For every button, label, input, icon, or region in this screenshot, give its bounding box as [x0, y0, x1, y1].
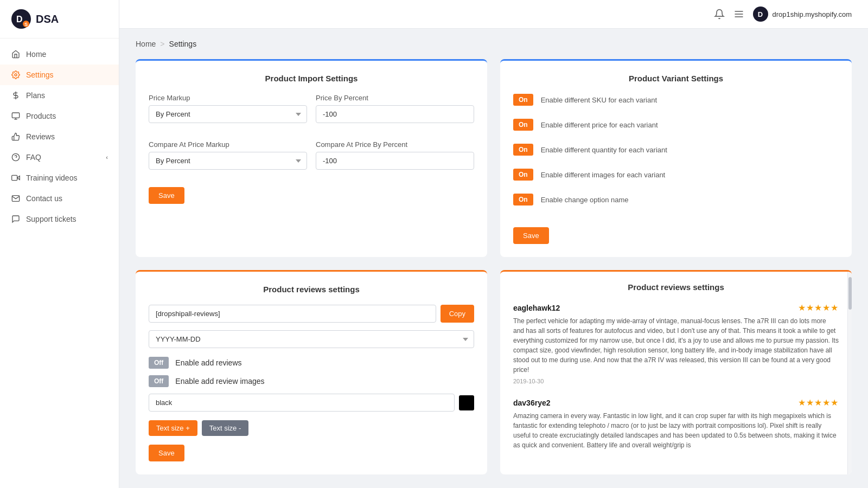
svg-text:S: S — [24, 22, 28, 27]
toggle-enable-reviews-row: Off Enable add reviews — [149, 357, 474, 369]
product-reviews-right-card: Product reviews settings eaglehawk12 ★★★… — [500, 270, 852, 474]
sidebar-item-products[interactable]: Products — [0, 106, 119, 126]
video-icon — [11, 173, 21, 183]
copy-button[interactable]: Copy — [441, 305, 474, 323]
sidebar-item-faq-label: FAQ — [26, 153, 41, 162]
card-body-variant: Product Variant Settings On Enable diffe… — [500, 61, 852, 257]
price-by-percent-label: Price By Percent — [316, 94, 474, 102]
review-header-1: eaglehawk12 ★★★★★ — [513, 303, 839, 313]
menu-icon[interactable] — [733, 9, 744, 20]
card-body-import: Product Import Settings Price Markup By … — [136, 61, 487, 217]
reviews-save-button[interactable]: Save — [149, 445, 184, 461]
compare-at-percent-label: Compare At Price By Percent — [316, 140, 474, 149]
app-logo-text: DSA — [36, 13, 59, 25]
compare-at-markup-select[interactable]: By Percent Fixed Amount — [149, 152, 307, 170]
toggle-images-button[interactable]: On — [513, 169, 533, 181]
main-content: Home > Settings Product Import Settings … — [119, 29, 868, 488]
text-size-row: Text size + Text size - — [149, 420, 474, 436]
product-variant-title: Product Variant Settings — [513, 74, 839, 83]
text-size-plus-button[interactable]: Text size + — [149, 420, 197, 436]
review-stars-2: ★★★★★ — [798, 397, 839, 408]
toggle-enable-reviews-button[interactable]: Off — [149, 357, 169, 369]
toggle-quantity-button[interactable]: On — [513, 144, 533, 156]
product-reviews-left-card: Product reviews settings Copy YYYY-MM-DD… — [136, 270, 487, 474]
price-markup-row: Price Markup By Percent Fixed Amount Pri… — [149, 94, 474, 132]
sidebar-item-settings[interactable]: Settings — [0, 65, 119, 85]
review-text-1: The perfect vehicle for adapting my wide… — [513, 316, 839, 375]
sidebar-item-plans[interactable]: Plans — [0, 85, 119, 106]
sidebar-item-contact[interactable]: Contact us — [0, 188, 119, 209]
logo-area: D S DSA — [0, 0, 119, 38]
svg-rect-6 — [12, 113, 19, 118]
card-body-reviews-left: Product reviews settings Copy YYYY-MM-DD… — [136, 272, 487, 474]
toggle-row-sku: On Enable different SKU for each variant — [513, 94, 839, 106]
breadcrumb: Home > Settings — [136, 40, 852, 48]
toggle-sku-button[interactable]: On — [513, 94, 533, 106]
topbar: D drop1ship.myshopify.com — [119, 0, 868, 29]
svg-marker-11 — [17, 176, 20, 180]
review-header-2: dav36rye2 ★★★★★ — [513, 397, 839, 408]
compare-at-percent-input[interactable]: -100 — [316, 152, 474, 170]
toggle-price-label: Enable different price for each variant — [541, 121, 658, 129]
toggle-enable-review-images-button[interactable]: Off — [149, 375, 169, 387]
sidebar-item-training-label: Training videos — [26, 174, 77, 182]
color-input[interactable] — [149, 394, 455, 412]
sidebar-item-support[interactable]: Support tickets — [0, 209, 119, 229]
settings-grid-top: Product Import Settings Price Markup By … — [136, 59, 852, 257]
store-info: D drop1ship.myshopify.com — [753, 7, 852, 22]
date-format-group: YYYY-MM-DD MM/DD/YYYY DD/MM/YYYY — [149, 330, 474, 348]
compare-at-row: Compare At Price Markup By Percent Fixed… — [149, 140, 474, 178]
toggle-sku-label: Enable different SKU for each variant — [541, 96, 657, 104]
breadcrumb-sep: > — [160, 40, 164, 48]
price-by-percent-input[interactable]: -100 — [316, 105, 474, 123]
faq-chevron-icon: ‹ — [106, 154, 108, 160]
compare-at-markup-label: Compare At Price Markup — [149, 140, 307, 149]
reviews-left-title: Product reviews settings — [149, 285, 474, 294]
review-stars-1: ★★★★★ — [798, 303, 839, 313]
product-import-settings-card: Product Import Settings Price Markup By … — [136, 59, 487, 257]
toggle-row-price: On Enable different price for each varia… — [513, 119, 839, 131]
toggle-row-option-name: On Enable change option name — [513, 194, 839, 206]
price-markup-label: Price Markup — [149, 94, 307, 102]
settings-grid-bottom: Product reviews settings Copy YYYY-MM-DD… — [136, 270, 852, 474]
enable-reviews-label: Enable add reviews — [175, 358, 241, 367]
breadcrumb-home[interactable]: Home — [136, 40, 156, 48]
date-format-select[interactable]: YYYY-MM-DD MM/DD/YYYY DD/MM/YYYY — [149, 330, 474, 348]
sidebar-item-home[interactable]: Home — [0, 44, 119, 65]
toggle-images-label: Enable different images for each variant — [541, 171, 666, 179]
enable-review-images-label: Enable add review images — [175, 377, 264, 386]
price-markup-group: Price Markup By Percent Fixed Amount — [149, 94, 307, 123]
reviews-preview-title: Product reviews settings — [513, 282, 839, 292]
sidebar-item-reviews[interactable]: Reviews — [0, 126, 119, 147]
toggle-price-button[interactable]: On — [513, 119, 533, 131]
sidebar-nav: Home Settings Plans Produc — [0, 38, 119, 488]
color-swatch[interactable] — [459, 395, 474, 410]
sidebar-item-contact-label: Contact us — [26, 194, 62, 203]
toggle-enable-review-images-row: Off Enable add review images — [149, 375, 474, 387]
review-username-1: eaglehawk12 — [513, 304, 560, 312]
sidebar-item-training[interactable]: Training videos — [0, 168, 119, 188]
sidebar-item-reviews-label: Reviews — [26, 132, 55, 141]
review-date-1: 2019-10-30 — [513, 378, 839, 384]
faq-icon — [11, 152, 21, 162]
notifications-icon[interactable] — [714, 9, 725, 20]
support-icon — [11, 214, 21, 224]
svg-rect-12 — [12, 175, 17, 180]
color-input-row — [149, 394, 474, 412]
price-by-percent-group: Price By Percent -100 — [316, 94, 474, 123]
reviews-tag-input[interactable] — [149, 305, 436, 323]
text-size-minus-button[interactable]: Text size - — [202, 420, 249, 436]
toggle-option-name-button[interactable]: On — [513, 194, 533, 206]
variant-save-button[interactable]: Save — [513, 227, 549, 244]
products-icon — [11, 111, 21, 121]
sidebar-item-faq[interactable]: FAQ ‹ — [0, 147, 119, 168]
breadcrumb-current: Settings — [169, 40, 197, 48]
sidebar-item-settings-label: Settings — [26, 70, 54, 79]
sidebar-item-plans-label: Plans — [26, 91, 45, 100]
import-save-button[interactable]: Save — [149, 187, 184, 204]
dollar-icon — [11, 91, 21, 100]
product-variant-settings-card: Product Variant Settings On Enable diffe… — [500, 59, 852, 257]
reviews-preview: Product reviews settings eaglehawk12 ★★★… — [500, 272, 852, 474]
app-layout: D S DSA Home Setting — [0, 0, 868, 488]
price-markup-select[interactable]: By Percent Fixed Amount — [149, 105, 307, 123]
